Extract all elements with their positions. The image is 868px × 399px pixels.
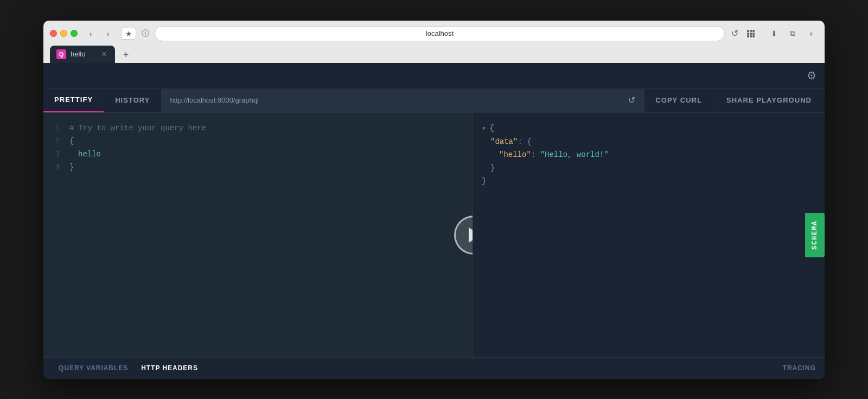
tab-icon: Q — [56, 49, 66, 59]
execute-query-button[interactable] — [454, 216, 473, 255]
history-button[interactable]: HISTORY — [104, 88, 161, 112]
line-numbers: 1 2 3 4 — [43, 113, 65, 182]
nav-buttons: ‹ › — [83, 28, 116, 40]
reload-button[interactable]: ↺ — [728, 27, 741, 40]
code-line-3: hello — [69, 148, 464, 161]
response-line-4: } — [482, 161, 816, 174]
forward-button[interactable]: › — [100, 28, 116, 40]
svg-rect-8 — [752, 35, 755, 37]
svg-rect-6 — [747, 35, 749, 37]
svg-rect-7 — [750, 35, 752, 37]
bookmark-button[interactable]: ★ — [121, 28, 136, 40]
new-tab-button[interactable]: + — [804, 28, 818, 40]
endpoint-url-bar[interactable]: http://localhost:9000/graphql ↺ — [162, 88, 644, 112]
response-panel: ▾ { "data": { "hello": "Hello, world!" }… — [473, 113, 825, 357]
graphql-playground: ⚙ PRETTIFY HISTORY http://localhost:9000… — [43, 63, 825, 379]
svg-rect-4 — [750, 33, 752, 35]
settings-button[interactable]: ⚙ — [799, 63, 825, 89]
code-content: # Try to write your query here { hello } — [43, 113, 473, 182]
info-button[interactable]: ⓘ — [139, 28, 151, 40]
play-button-container — [454, 216, 473, 255]
address-bar-container: ★ ⓘ localhost ↺ — [121, 26, 757, 41]
query-editor[interactable]: 1 2 3 4 # Try to write your query here {… — [43, 113, 473, 357]
code-line-1: # Try to write your query here — [69, 122, 464, 135]
minimize-button[interactable] — [60, 30, 67, 37]
response-line-1: ▾ { — [482, 122, 816, 135]
url-refresh-icon[interactable]: ↺ — [628, 95, 635, 105]
active-tab[interactable]: Q hello ✕ — [50, 46, 115, 63]
response-line-2: "data": { — [482, 135, 816, 148]
url-text: localhost — [426, 29, 454, 37]
endpoint-url-text: http://localhost:9000/graphql — [170, 96, 629, 104]
code-line-2: { — [69, 135, 464, 148]
tab-close-button[interactable]: ✕ — [100, 50, 108, 59]
close-button[interactable] — [50, 30, 57, 37]
response-line-3: "hello": "Hello, world!" — [482, 148, 816, 161]
browser-window: ‹ › ★ ⓘ localhost ↺ — [43, 21, 825, 379]
toolbar: PRETTIFY HISTORY http://localhost:9000/g… — [43, 89, 825, 113]
svg-rect-5 — [752, 33, 755, 35]
editor-area: 1 2 3 4 # Try to write your query here {… — [43, 113, 825, 357]
right-controls: ⬇ ⧉ + — [767, 28, 818, 40]
http-headers-tab[interactable]: HTTP HEADERS — [135, 357, 205, 379]
duplicate-button[interactable]: ⧉ — [786, 28, 800, 40]
query-variables-tab[interactable]: QUERY VARIABLES — [52, 357, 135, 379]
tracing-button[interactable]: TRACING — [783, 364, 816, 372]
share-playground-button[interactable]: SHARE PLAYGROUND — [713, 88, 825, 112]
svg-rect-3 — [747, 33, 749, 35]
schema-tab-button[interactable]: SCHEMA — [805, 212, 825, 257]
response-line-5: } — [482, 174, 816, 187]
download-button[interactable]: ⬇ — [767, 28, 781, 40]
copy-curl-button[interactable]: COPY CURL — [644, 88, 713, 112]
code-line-4: } — [69, 161, 464, 174]
bottom-bar: QUERY VARIABLES HTTP HEADERS TRACING — [43, 357, 825, 379]
address-bar[interactable]: localhost — [155, 26, 725, 41]
prettify-button[interactable]: PRETTIFY — [43, 88, 104, 112]
svg-rect-0 — [747, 30, 749, 32]
maximize-button[interactable] — [71, 30, 78, 37]
back-button[interactable]: ‹ — [83, 28, 98, 40]
svg-rect-2 — [752, 30, 755, 32]
play-icon — [469, 227, 473, 243]
tab-label: hello — [71, 50, 85, 58]
browser-chrome: ‹ › ★ ⓘ localhost ↺ — [43, 21, 825, 63]
browser-top-bar: ‹ › ★ ⓘ localhost ↺ — [50, 26, 818, 41]
traffic-lights — [50, 30, 78, 37]
browser-tabs: Q hello ✕ + — [50, 46, 818, 63]
svg-rect-1 — [750, 30, 752, 32]
grid-button[interactable] — [744, 27, 757, 40]
new-tab-plus[interactable]: + — [117, 48, 135, 63]
playground-header: ⚙ — [43, 63, 825, 89]
